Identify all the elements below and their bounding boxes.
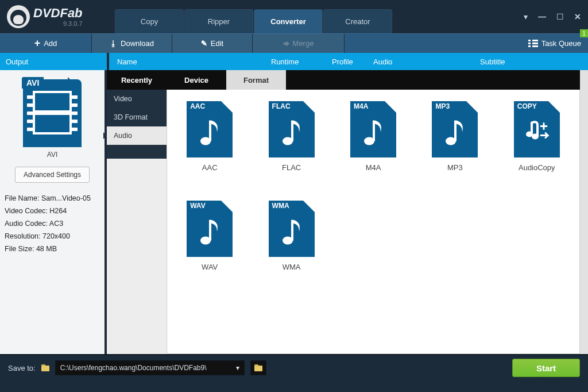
col-audio: Audio [373,57,480,66]
format-caption: AAC [202,163,218,172]
output-profile-thumb[interactable]: AVI [18,79,87,147]
music-note-icon [361,116,385,148]
cat-video[interactable]: Video [107,90,167,108]
app-logo: DVDFab 9.3.0.7 [0,0,115,33]
music-note-icon [280,116,304,148]
download-icon: ⭳ [110,39,117,48]
svg-rect-5 [373,120,375,141]
music-note-icon [198,215,222,248]
file-icon: FLAC [269,101,315,157]
col-subtitle: Subtitle [480,57,505,66]
format-caption: M4A [366,163,381,172]
plus-icon: + [34,37,41,49]
list-icon [528,40,538,47]
profile-tabs: Recently Device Format [107,70,580,90]
col-name: Name [116,57,271,66]
format-audiocopy[interactable]: COPY AudioCopy [505,101,569,172]
save-to-label: Save to: [8,364,36,372]
main-panel: Recently Device Format Video 3D Format A… [107,70,580,354]
titlebar: DVDFab 9.3.0.7 Copy Ripper Converter Cre… [0,0,588,33]
file-icon: COPY [514,101,560,157]
tab-creator[interactable]: Creator [323,9,392,33]
cat-3d-format[interactable]: 3D Format [107,108,167,126]
video-codec-label: Video Codec: H264 [5,205,100,217]
merge-button: ➾ Merge [253,34,345,53]
audiocopy-icon [525,117,549,147]
menu-dropdown-icon[interactable]: ▾ [524,12,528,21]
format-badge: WMA [269,201,293,211]
column-headers: Output Name Runtime Profile Audio Subtit… [0,53,588,70]
file-size-label: File Size: 48 MB [5,243,100,255]
format-mp3[interactable]: MP3 MP3 [423,101,487,172]
svg-rect-7 [454,120,457,141]
svg-rect-1 [209,120,211,141]
svg-rect-13 [291,220,293,240]
download-button[interactable]: ⭳ Download [92,34,172,53]
save-path-dropdown[interactable]: C:\Users\fengchao.wang\Documents\DVDFab9… [55,360,245,375]
tab-recently[interactable]: Recently [107,70,167,90]
tab-device[interactable]: Device [167,70,226,90]
format-caption: WMA [283,263,301,271]
start-button[interactable]: Start [512,359,580,377]
format-caption: WAV [202,263,218,271]
tab-copy[interactable]: Copy [115,9,184,33]
profile-caption: AVI [5,151,100,159]
tab-format[interactable]: Format [226,70,286,90]
minimize-icon[interactable]: — [538,12,546,21]
save-path-value: C:\Users\fengchao.wang\Documents\DVDFab9… [60,364,207,372]
col-output: Output [0,57,107,66]
format-flac[interactable]: FLAC FLAC [259,101,323,172]
folder-icon [254,364,262,371]
toolbar: + Add ⭳ Download ✎ Edit ➾ Merge Task Que… [0,33,588,53]
profile-badge: AVI [22,77,44,89]
tab-ripper[interactable]: Ripper [184,9,253,33]
format-badge: COPY [514,101,540,112]
format-aac[interactable]: AAC AAC [177,101,242,172]
file-name-label: File Name: Sam...Video-05 [5,192,100,205]
format-wav[interactable]: WAV WAV [177,201,242,271]
cat-audio[interactable]: Audio [107,126,167,145]
edit-icon: ✎ [201,39,207,48]
window-controls: ▾ — ☐ ✕ [524,0,588,33]
maximize-icon[interactable]: ☐ [556,12,564,21]
output-panel: AVI AVI Advanced Settings File Name: Sam… [0,70,107,354]
format-badge: WAV [187,201,208,211]
add-button[interactable]: + Add [0,34,92,53]
format-caption: FLAC [282,163,301,172]
format-grid: AAC AAC FLAC FLAC M4A M4A MP3 MP3 CO [167,90,580,354]
app-name: DVDFab [33,7,83,20]
col-runtime: Runtime [271,57,332,66]
music-note-icon [443,116,467,148]
advanced-settings-button[interactable]: Advanced Settings [15,167,90,183]
task-queue-button[interactable]: Task Queue 1 [528,34,588,53]
queue-count-badge: 1 [580,29,588,37]
format-wma[interactable]: WMA WMA [259,201,323,271]
file-icon: MP3 [432,101,478,157]
format-caption: AudioCopy [519,163,555,172]
file-icon: WAV [187,201,233,257]
file-icon: AAC [187,101,233,157]
folder-icon [41,364,49,371]
chevron-down-icon: ▾ [236,364,239,372]
edit-button[interactable]: ✎ Edit [172,34,253,53]
svg-point-9 [532,133,539,139]
svg-rect-11 [209,220,211,240]
svg-rect-3 [291,120,293,141]
format-caption: MP3 [447,163,463,172]
music-note-icon [280,215,304,248]
format-m4a[interactable]: M4A M4A [341,101,405,172]
resolution-label: Resolution: 720x400 [5,230,100,243]
format-badge: FLAC [269,101,294,112]
music-note-icon [198,116,222,148]
main-tabs: Copy Ripper Converter Creator [115,0,393,33]
format-badge: MP3 [432,101,453,112]
tab-converter[interactable]: Converter [254,9,323,33]
browse-folder-button[interactable] [250,360,266,375]
audio-codec-label: Audio Codec: AC3 [5,217,100,230]
col-profile: Profile [332,57,373,66]
format-badge: AAC [187,101,208,112]
scrollbar[interactable] [580,70,588,354]
close-icon[interactable]: ✕ [574,12,581,21]
footer: Save to: C:\Users\fengchao.wang\Document… [0,354,588,381]
category-list: Video 3D Format Audio [107,90,167,159]
